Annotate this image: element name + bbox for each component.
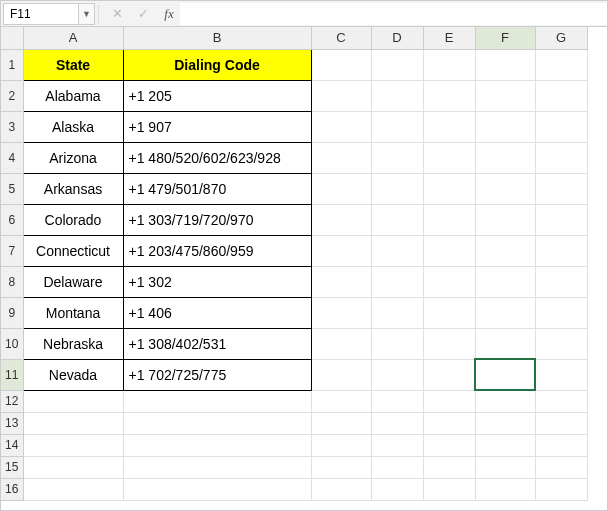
cell-C13[interactable] xyxy=(311,412,371,434)
insert-function-button[interactable]: fx xyxy=(158,3,180,25)
cell-C4[interactable] xyxy=(311,142,371,173)
row-header-16[interactable]: 16 xyxy=(1,478,23,500)
cell-A6[interactable]: Colorado xyxy=(23,204,123,235)
row-header-9[interactable]: 9 xyxy=(1,297,23,328)
cell-D3[interactable] xyxy=(371,111,423,142)
row-header-12[interactable]: 12 xyxy=(1,390,23,412)
cell-E16[interactable] xyxy=(423,478,475,500)
cell-D10[interactable] xyxy=(371,328,423,359)
cell-E6[interactable] xyxy=(423,204,475,235)
row-header-15[interactable]: 15 xyxy=(1,456,23,478)
cell-E14[interactable] xyxy=(423,434,475,456)
cell-D12[interactable] xyxy=(371,390,423,412)
column-header-A[interactable]: A xyxy=(23,27,123,49)
cell-B8[interactable]: +1 302 xyxy=(123,266,311,297)
cell-D4[interactable] xyxy=(371,142,423,173)
cell-G3[interactable] xyxy=(535,111,587,142)
cell-A5[interactable]: Arkansas xyxy=(23,173,123,204)
cell-F4[interactable] xyxy=(475,142,535,173)
cell-D8[interactable] xyxy=(371,266,423,297)
cell-F9[interactable] xyxy=(475,297,535,328)
cell-B16[interactable] xyxy=(123,478,311,500)
row-header-1[interactable]: 1 xyxy=(1,49,23,80)
grid-area[interactable]: ABCDEFG 1StateDialing Code2Alabama+1 205… xyxy=(1,27,607,510)
row-header-10[interactable]: 10 xyxy=(1,328,23,359)
cell-G6[interactable] xyxy=(535,204,587,235)
name-box-dropdown[interactable]: ▼ xyxy=(79,3,95,25)
formula-input[interactable] xyxy=(180,3,607,25)
cell-G1[interactable] xyxy=(535,49,587,80)
cell-A16[interactable] xyxy=(23,478,123,500)
row-header-6[interactable]: 6 xyxy=(1,204,23,235)
cell-E4[interactable] xyxy=(423,142,475,173)
cell-E1[interactable] xyxy=(423,49,475,80)
cell-B9[interactable]: +1 406 xyxy=(123,297,311,328)
cell-E7[interactable] xyxy=(423,235,475,266)
cell-G12[interactable] xyxy=(535,390,587,412)
cell-G4[interactable] xyxy=(535,142,587,173)
cell-F13[interactable] xyxy=(475,412,535,434)
cell-B2[interactable]: +1 205 xyxy=(123,80,311,111)
cell-B4[interactable]: +1 480/520/602/623/928 xyxy=(123,142,311,173)
cell-F12[interactable] xyxy=(475,390,535,412)
cell-G8[interactable] xyxy=(535,266,587,297)
cell-B3[interactable]: +1 907 xyxy=(123,111,311,142)
cell-C15[interactable] xyxy=(311,456,371,478)
cell-B13[interactable] xyxy=(123,412,311,434)
row-header-4[interactable]: 4 xyxy=(1,142,23,173)
cell-B6[interactable]: +1 303/719/720/970 xyxy=(123,204,311,235)
cell-E8[interactable] xyxy=(423,266,475,297)
cell-A8[interactable]: Delaware xyxy=(23,266,123,297)
cell-A11[interactable]: Nevada xyxy=(23,359,123,390)
cell-F7[interactable] xyxy=(475,235,535,266)
column-header-F[interactable]: F xyxy=(475,27,535,49)
cell-D16[interactable] xyxy=(371,478,423,500)
cell-E13[interactable] xyxy=(423,412,475,434)
cell-F8[interactable] xyxy=(475,266,535,297)
cell-G16[interactable] xyxy=(535,478,587,500)
cell-G10[interactable] xyxy=(535,328,587,359)
cell-D1[interactable] xyxy=(371,49,423,80)
cell-C8[interactable] xyxy=(311,266,371,297)
cell-D6[interactable] xyxy=(371,204,423,235)
cell-A12[interactable] xyxy=(23,390,123,412)
cell-B10[interactable]: +1 308/402/531 xyxy=(123,328,311,359)
cell-C6[interactable] xyxy=(311,204,371,235)
cell-A9[interactable]: Montana xyxy=(23,297,123,328)
cell-C10[interactable] xyxy=(311,328,371,359)
cell-E10[interactable] xyxy=(423,328,475,359)
cell-F5[interactable] xyxy=(475,173,535,204)
cell-E3[interactable] xyxy=(423,111,475,142)
cell-G14[interactable] xyxy=(535,434,587,456)
cell-G13[interactable] xyxy=(535,412,587,434)
cell-C2[interactable] xyxy=(311,80,371,111)
row-header-2[interactable]: 2 xyxy=(1,80,23,111)
cell-C14[interactable] xyxy=(311,434,371,456)
cell-G9[interactable] xyxy=(535,297,587,328)
cell-C7[interactable] xyxy=(311,235,371,266)
cell-D9[interactable] xyxy=(371,297,423,328)
cell-B15[interactable] xyxy=(123,456,311,478)
cell-E5[interactable] xyxy=(423,173,475,204)
column-header-B[interactable]: B xyxy=(123,27,311,49)
cell-A1[interactable]: State xyxy=(23,49,123,80)
cell-F6[interactable] xyxy=(475,204,535,235)
cell-D11[interactable] xyxy=(371,359,423,390)
row-header-13[interactable]: 13 xyxy=(1,412,23,434)
name-box[interactable]: F11 xyxy=(3,3,79,25)
cell-B11[interactable]: +1 702/725/775 xyxy=(123,359,311,390)
row-header-8[interactable]: 8 xyxy=(1,266,23,297)
cell-D7[interactable] xyxy=(371,235,423,266)
cell-G7[interactable] xyxy=(535,235,587,266)
cell-A15[interactable] xyxy=(23,456,123,478)
column-header-G[interactable]: G xyxy=(535,27,587,49)
cell-C1[interactable] xyxy=(311,49,371,80)
cell-D14[interactable] xyxy=(371,434,423,456)
cell-E2[interactable] xyxy=(423,80,475,111)
cell-B1[interactable]: Dialing Code xyxy=(123,49,311,80)
row-header-5[interactable]: 5 xyxy=(1,173,23,204)
cell-E12[interactable] xyxy=(423,390,475,412)
cell-B5[interactable]: +1 479/501/870 xyxy=(123,173,311,204)
cell-C12[interactable] xyxy=(311,390,371,412)
cancel-button[interactable]: ✕ xyxy=(106,3,128,25)
